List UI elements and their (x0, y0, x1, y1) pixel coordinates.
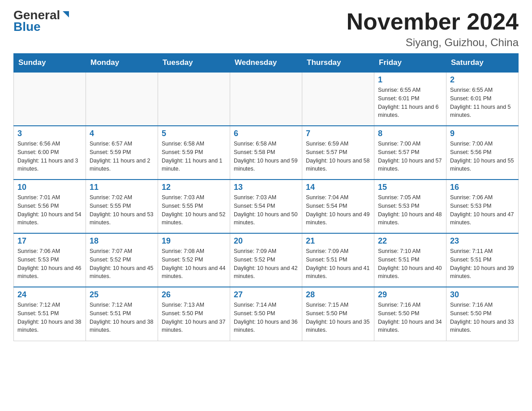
table-row (302, 72, 374, 126)
day-number: 25 (90, 290, 154, 300)
day-number: 24 (17, 290, 82, 300)
title-block: November 2024 Siyang, Guizhou, China (347, 9, 519, 49)
table-row (86, 72, 158, 126)
svg-marker-0 (63, 11, 69, 17)
col-saturday: Saturday (446, 54, 519, 73)
day-number: 26 (162, 290, 226, 300)
col-sunday: Sunday (14, 54, 86, 73)
day-info: Sunrise: 7:01 AMSunset: 5:56 PMDaylight:… (17, 193, 82, 227)
day-info: Sunrise: 7:03 AMSunset: 5:55 PMDaylight:… (162, 193, 226, 227)
day-info: Sunrise: 7:08 AMSunset: 5:52 PMDaylight:… (162, 247, 226, 281)
day-number: 5 (162, 129, 226, 138)
day-info: Sunrise: 7:03 AMSunset: 5:54 PMDaylight:… (234, 193, 298, 227)
day-number: 19 (162, 236, 226, 246)
table-row (14, 72, 86, 126)
table-row: 2Sunrise: 6:55 AMSunset: 6:01 PMDaylight… (446, 72, 519, 126)
week-row-3: 10Sunrise: 7:01 AMSunset: 5:56 PMDayligh… (14, 180, 519, 233)
table-row: 7Sunrise: 6:59 AMSunset: 5:57 PMDaylight… (302, 126, 374, 180)
calendar-header-row: Sunday Monday Tuesday Wednesday Thursday… (14, 54, 519, 73)
table-row: 15Sunrise: 7:05 AMSunset: 5:53 PMDayligh… (374, 180, 446, 233)
day-info: Sunrise: 7:14 AMSunset: 5:50 PMDaylight:… (234, 301, 298, 334)
day-info: Sunrise: 7:09 AMSunset: 5:51 PMDaylight:… (306, 247, 370, 281)
day-number: 21 (306, 236, 370, 246)
day-info: Sunrise: 7:00 AMSunset: 5:56 PMDaylight:… (450, 140, 515, 173)
table-row: 13Sunrise: 7:03 AMSunset: 5:54 PMDayligh… (230, 180, 302, 233)
day-info: Sunrise: 6:58 AMSunset: 5:58 PMDaylight:… (234, 140, 298, 173)
day-number: 12 (162, 183, 226, 192)
day-number: 20 (234, 236, 298, 246)
day-number: 27 (234, 290, 298, 300)
table-row: 5Sunrise: 6:58 AMSunset: 5:59 PMDaylight… (158, 126, 230, 180)
day-number: 23 (450, 236, 515, 246)
day-info: Sunrise: 6:57 AMSunset: 5:59 PMDaylight:… (90, 140, 154, 173)
table-row: 10Sunrise: 7:01 AMSunset: 5:56 PMDayligh… (14, 180, 86, 233)
table-row: 1Sunrise: 6:55 AMSunset: 6:01 PMDaylight… (374, 72, 446, 126)
day-number: 11 (90, 183, 154, 192)
calendar-subtitle: Siyang, Guizhou, China (347, 36, 519, 49)
day-info: Sunrise: 7:13 AMSunset: 5:50 PMDaylight:… (162, 301, 226, 334)
day-info: Sunrise: 6:55 AMSunset: 6:01 PMDaylight:… (378, 86, 442, 120)
table-row: 18Sunrise: 7:07 AMSunset: 5:52 PMDayligh… (86, 233, 158, 287)
day-number: 8 (378, 129, 442, 138)
table-row: 27Sunrise: 7:14 AMSunset: 5:50 PMDayligh… (230, 287, 302, 341)
table-row: 16Sunrise: 7:06 AMSunset: 5:53 PMDayligh… (446, 180, 519, 233)
table-row: 9Sunrise: 7:00 AMSunset: 5:56 PMDaylight… (446, 126, 519, 180)
day-number: 16 (450, 183, 515, 192)
day-info: Sunrise: 7:15 AMSunset: 5:50 PMDaylight:… (306, 301, 370, 334)
day-number: 28 (306, 290, 370, 300)
day-number: 6 (234, 129, 298, 138)
table-row: 22Sunrise: 7:10 AMSunset: 5:51 PMDayligh… (374, 233, 446, 287)
day-number: 30 (450, 290, 515, 300)
col-thursday: Thursday (302, 54, 374, 73)
day-info: Sunrise: 7:12 AMSunset: 5:51 PMDaylight:… (90, 301, 154, 334)
table-row: 19Sunrise: 7:08 AMSunset: 5:52 PMDayligh… (158, 233, 230, 287)
table-row (158, 72, 230, 126)
col-friday: Friday (374, 54, 446, 73)
day-info: Sunrise: 6:55 AMSunset: 6:01 PMDaylight:… (450, 86, 515, 120)
day-info: Sunrise: 7:16 AMSunset: 5:50 PMDaylight:… (450, 301, 515, 334)
logo-blue-text: Blue (13, 20, 41, 34)
day-info: Sunrise: 7:12 AMSunset: 5:51 PMDaylight:… (17, 301, 82, 334)
table-row: 25Sunrise: 7:12 AMSunset: 5:51 PMDayligh… (86, 287, 158, 341)
table-row: 29Sunrise: 7:16 AMSunset: 5:50 PMDayligh… (374, 287, 446, 341)
day-number: 14 (306, 183, 370, 192)
day-number: 29 (378, 290, 442, 300)
table-row: 28Sunrise: 7:15 AMSunset: 5:50 PMDayligh… (302, 287, 374, 341)
table-row: 26Sunrise: 7:13 AMSunset: 5:50 PMDayligh… (158, 287, 230, 341)
table-row: 6Sunrise: 6:58 AMSunset: 5:58 PMDaylight… (230, 126, 302, 180)
day-number: 1 (378, 75, 442, 85)
day-info: Sunrise: 7:02 AMSunset: 5:55 PMDaylight:… (90, 193, 154, 227)
day-number: 18 (90, 236, 154, 246)
col-wednesday: Wednesday (230, 54, 302, 73)
table-row: 14Sunrise: 7:04 AMSunset: 5:54 PMDayligh… (302, 180, 374, 233)
table-row: 23Sunrise: 7:11 AMSunset: 5:51 PMDayligh… (446, 233, 519, 287)
day-info: Sunrise: 7:11 AMSunset: 5:51 PMDaylight:… (450, 247, 515, 281)
day-info: Sunrise: 7:09 AMSunset: 5:52 PMDaylight:… (234, 247, 298, 281)
col-tuesday: Tuesday (158, 54, 230, 73)
table-row: 30Sunrise: 7:16 AMSunset: 5:50 PMDayligh… (446, 287, 519, 341)
table-row: 11Sunrise: 7:02 AMSunset: 5:55 PMDayligh… (86, 180, 158, 233)
day-info: Sunrise: 7:16 AMSunset: 5:50 PMDaylight:… (378, 301, 442, 334)
table-row (230, 72, 302, 126)
day-number: 9 (450, 129, 515, 138)
day-info: Sunrise: 7:06 AMSunset: 5:53 PMDaylight:… (450, 193, 515, 227)
day-info: Sunrise: 7:05 AMSunset: 5:53 PMDaylight:… (378, 193, 442, 227)
day-number: 4 (90, 129, 154, 138)
table-row: 21Sunrise: 7:09 AMSunset: 5:51 PMDayligh… (302, 233, 374, 287)
table-row: 8Sunrise: 7:00 AMSunset: 5:57 PMDaylight… (374, 126, 446, 180)
week-row-1: 1Sunrise: 6:55 AMSunset: 6:01 PMDaylight… (14, 72, 519, 126)
table-row: 12Sunrise: 7:03 AMSunset: 5:55 PMDayligh… (158, 180, 230, 233)
calendar-title: November 2024 (347, 9, 519, 34)
day-number: 3 (17, 129, 82, 138)
day-number: 22 (378, 236, 442, 246)
table-row: 3Sunrise: 6:56 AMSunset: 6:00 PMDaylight… (14, 126, 86, 180)
table-row: 17Sunrise: 7:06 AMSunset: 5:53 PMDayligh… (14, 233, 86, 287)
day-info: Sunrise: 7:04 AMSunset: 5:54 PMDaylight:… (306, 193, 370, 227)
week-row-5: 24Sunrise: 7:12 AMSunset: 5:51 PMDayligh… (14, 287, 519, 341)
day-info: Sunrise: 7:06 AMSunset: 5:53 PMDaylight:… (17, 247, 82, 281)
day-number: 17 (17, 236, 82, 246)
logo: General Blue (13, 9, 71, 34)
day-info: Sunrise: 6:56 AMSunset: 6:00 PMDaylight:… (17, 140, 82, 173)
week-row-4: 17Sunrise: 7:06 AMSunset: 5:53 PMDayligh… (14, 233, 519, 287)
day-info: Sunrise: 7:10 AMSunset: 5:51 PMDaylight:… (378, 247, 442, 281)
